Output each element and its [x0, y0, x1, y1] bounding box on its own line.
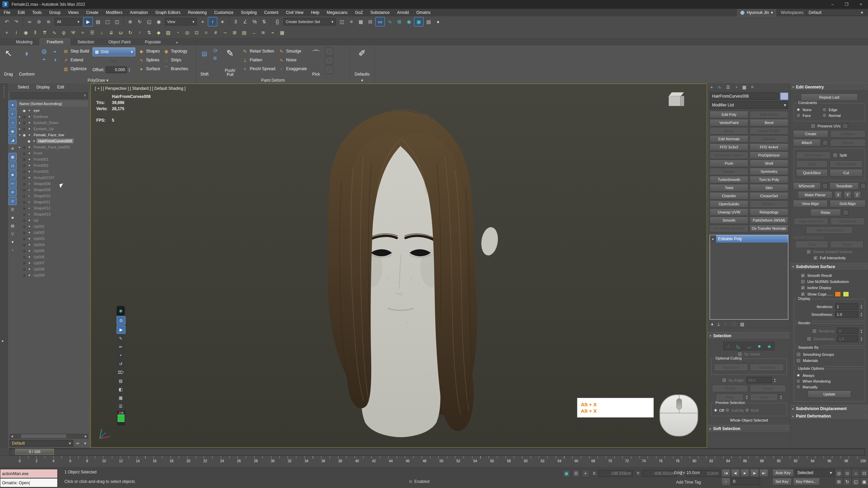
update-manually-radio[interactable]	[796, 385, 801, 389]
ribbon-tab[interactable]: Modeling	[9, 38, 40, 45]
modifier-button[interactable]: FFD 4x4x4	[750, 143, 788, 151]
defaults-panel-arrow[interactable]: ▾	[350, 77, 374, 83]
render-production-icon[interactable]: ●	[434, 17, 442, 26]
smooth-result-checkbox[interactable]: ✓	[801, 273, 805, 278]
current-frame-field[interactable]: 0	[731, 478, 760, 485]
time-slider-track[interactable]: 0 / 100	[9, 448, 865, 455]
materials-checkbox[interactable]	[796, 358, 801, 363]
scene-explorer-item[interactable]: ▸ ◉ ● Eyebrow	[17, 114, 89, 120]
explorer-column-header[interactable]: Name (Sorted Ascending)	[17, 100, 89, 107]
object-name-label[interactable]: Front	[32, 151, 44, 156]
tessellate-button[interactable]: Tessellate	[830, 182, 859, 190]
scene-explorer-item[interactable]: ◉ ◐ Shape008	[17, 181, 89, 187]
paint-deform-tool[interactable]: ⊥Flatten	[242, 56, 275, 64]
x-coordinate-field[interactable]: 198.559cm	[598, 470, 633, 477]
modifier-button[interactable]: Ox Transfer Normals	[750, 225, 788, 232]
visibility-eye-icon[interactable]: ◉	[22, 273, 27, 277]
rendered-frame-window-icon[interactable]: ▤	[424, 17, 433, 26]
ox-lock-strands-icon[interactable]: ‖	[31, 28, 40, 37]
ox-surface-comb-icon[interactable]: ⊡	[192, 28, 201, 37]
visibility-eye-icon[interactable]: ◉	[22, 212, 27, 216]
msmooth-button[interactable]: MSmooth	[793, 182, 821, 190]
scroll-left-icon[interactable]: ◀	[10, 435, 14, 438]
smoothing-groups-checkbox[interactable]	[796, 352, 801, 357]
update-when-rendering-radio[interactable]	[796, 379, 801, 383]
scene-explorer-item[interactable]: ◉ ● Front003	[17, 168, 89, 175]
object-name-label[interactable]: Eyebrow	[32, 114, 50, 119]
scene-explorer-item[interactable]: ◉ ● Up009	[17, 272, 89, 278]
layer-list-icon[interactable]: ≔	[75, 440, 81, 446]
y-coordinate-field[interactable]: -936.561cm	[642, 470, 677, 477]
ox-hair-cards-icon[interactable]: ▤	[240, 28, 249, 37]
enabled-toggle[interactable]: Enabled:	[409, 479, 430, 484]
object-name-label[interactable]: Up	[32, 218, 40, 223]
display-smoothness-field[interactable]: 1.0	[835, 311, 858, 318]
drag-tool[interactable]: ↖ Drag	[3, 47, 14, 77]
go-to-end-icon[interactable]: ▶|	[760, 469, 768, 477]
percent-snap-icon[interactable]: %	[250, 17, 259, 26]
polydraw-tool[interactable]: ⌒Branches	[163, 65, 188, 73]
grid-align-button[interactable]: Grid Align	[830, 200, 866, 207]
configure-modifier-sets-icon[interactable]: ▨	[740, 322, 744, 327]
modifier-button[interactable]: Bevel Profile	[750, 127, 788, 135]
expand-arrow-icon[interactable]: ▾	[18, 134, 22, 137]
show-cage-checkbox[interactable]: ✓	[801, 292, 805, 297]
keyboard-shortcut-override-icon[interactable]: ↑	[208, 17, 217, 26]
align-icon[interactable]: ≡	[347, 17, 356, 26]
next-frame-icon[interactable]: |▶	[750, 469, 759, 477]
track-bar[interactable]: 0246810121416182022242628303234363840424…	[0, 455, 868, 468]
show-end-result-icon[interactable]: ⊥	[717, 322, 721, 327]
modifier-button[interactable]: TurboSmooth	[710, 176, 748, 183]
object-name-label[interactable]: Shape009	[32, 187, 52, 192]
object-name-field[interactable]: HairFromCurves008	[710, 93, 778, 100]
visibility-eye-icon[interactable]: ◉	[22, 115, 27, 119]
expand-arrow-icon[interactable]: ▸	[18, 115, 22, 118]
absolute-mode-icon[interactable]: ⌖	[582, 470, 589, 477]
edit-named-selection-sets-icon[interactable]: {}	[273, 17, 282, 26]
border-subobject-icon[interactable]: ◡	[747, 344, 751, 349]
make-planar-button[interactable]: Make Planar	[798, 191, 832, 199]
ox-bake-icon[interactable]: ▨	[164, 28, 173, 37]
subdivision-displacement-rollout-header[interactable]: ▸Subdivision Displacement∷	[790, 405, 868, 412]
ox-frizz-icon[interactable]: ψ	[59, 28, 68, 37]
polydraw-tool[interactable]: ◌Strips	[163, 56, 188, 64]
modifier-button[interactable]: Smooth	[710, 217, 748, 224]
schematic-view-icon[interactable]: ⊞	[395, 17, 404, 26]
display-geometry-icon[interactable]: ●	[8, 101, 17, 109]
modifier-button[interactable]: Push	[710, 160, 748, 167]
create-tab-icon[interactable]: +	[710, 85, 713, 90]
previous-frame-icon[interactable]: ◀|	[731, 469, 740, 477]
offset-field[interactable]: 0.000	[106, 66, 127, 73]
modifier-button[interactable]: Symmetry	[750, 168, 788, 175]
planar-x-button[interactable]: X	[834, 191, 842, 199]
modifier-button[interactable]: Twist	[710, 184, 748, 191]
ribbon-tab[interactable]: Selection	[70, 38, 101, 45]
ox-curl-icon[interactable]: ∿	[50, 28, 59, 37]
visibility-eye-icon[interactable]: ◉	[22, 261, 27, 265]
selection-lock-icon[interactable]: Ω	[572, 470, 580, 477]
modifier-button[interactable]: OpenSubdiv	[710, 200, 748, 208]
visibility-eye-icon[interactable]: ◉	[22, 188, 27, 192]
scene-explorer-item[interactable]: ◉ ◐ Shape009	[17, 187, 89, 193]
select-and-move-icon[interactable]: ⊕	[126, 17, 135, 26]
scene-explorer-item[interactable]: ◉ ● Up007	[17, 260, 89, 266]
scene-explorer-item[interactable]: ◉ ● Up001	[17, 223, 89, 229]
point-tool-icon[interactable]: •	[117, 351, 125, 359]
object-name-label[interactable]: Female_Face_low	[32, 133, 66, 137]
modifier-button[interactable]: Surface	[750, 200, 788, 208]
modifier-button[interactable]: Edit Poly	[710, 111, 748, 118]
menu-item[interactable]: Arnold	[393, 10, 413, 15]
subdivision-surface-rollout-header[interactable]: ▾Subdivision Surface∷	[790, 263, 868, 270]
show-hidden-icon[interactable]: ⊙	[8, 197, 17, 205]
visibility-eye-icon[interactable]: ◉	[22, 267, 27, 271]
create-button[interactable]: Create	[793, 130, 828, 138]
selection-rollout-header[interactable]: ▾Selection∷	[708, 332, 790, 340]
polydraw-tool[interactable]: ⊞Step Build	[63, 47, 89, 55]
visibility-eye-icon[interactable]: ◉	[22, 200, 27, 204]
print-tool-icon[interactable]: ▤	[117, 377, 125, 385]
maxscript-mini-listener[interactable]: actionMan.exe Ornatrix: Open(	[0, 469, 58, 487]
grid-draw-on-select[interactable]: ▦Grid▾	[93, 47, 135, 56]
ox-flow-icon[interactable]: ≋	[259, 28, 268, 37]
modifier-button[interactable]: FFD 3x3x3	[710, 143, 748, 151]
ox-propagate-icon[interactable]: ⊞	[230, 28, 239, 37]
